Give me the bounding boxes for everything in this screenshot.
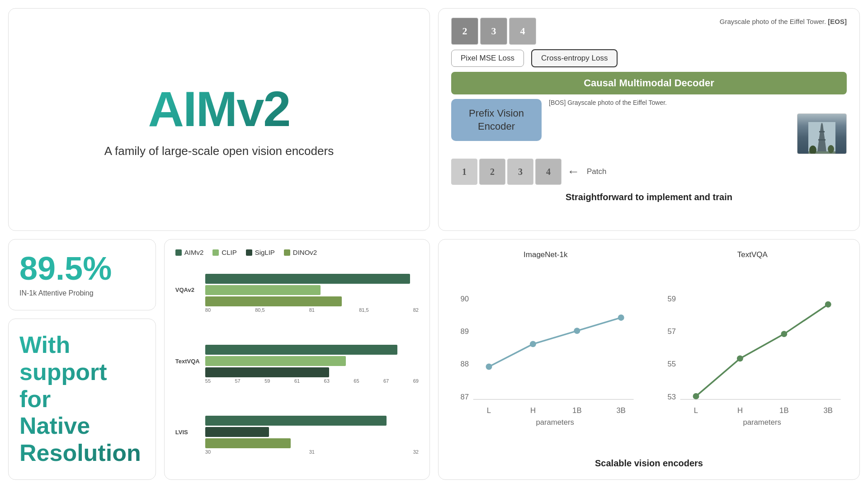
textvqa-svg: 59 57 55 53 L H 1B 3B parameters (658, 263, 847, 453)
textvqa-ticks: 5557596163656769 (175, 378, 419, 384)
bar-lvis-dinov2 (205, 438, 291, 448)
imagenet-title: ImageNet-1k (451, 250, 640, 259)
arch-top-row: 2 3 4 Grayscale photo of the Eiffel Towe… (451, 18, 847, 45)
legend-dot-dinov2 (284, 249, 290, 256)
lvis-ticks: 303132 (175, 449, 419, 455)
legend-label-aimv2: AIMv2 (184, 249, 204, 256)
legend-item-dinov2: DINOv2 (284, 249, 317, 256)
dual-charts: ImageNet-1k 90 89 88 87 L H 1B 3B parame… (451, 250, 847, 453)
arch-middle-row: Prefix Vision Encoder [BOS] Grayscale ph… (451, 99, 847, 154)
arch-bottom-row: 1 2 3 4 ← Patch (451, 159, 847, 185)
svg-text:87: 87 (460, 393, 469, 401)
pixel-mse-loss: Pixel MSE Loss (451, 50, 524, 67)
svg-text:H: H (530, 406, 536, 415)
svg-point-20 (574, 328, 580, 334)
native-res-card: With support for Native Resolution (8, 319, 156, 480)
legend-label-clip: CLIP (222, 249, 236, 256)
svg-text:L: L (693, 406, 698, 415)
patch-label: Patch (587, 167, 606, 176)
legend-label-siglip: SigLIP (255, 249, 275, 256)
main-title: AIMv2 (148, 81, 290, 136)
title-card: AIMv2 A family of large-scale open visio… (8, 8, 430, 231)
svg-text:parameters: parameters (743, 418, 781, 427)
eiffel-image (797, 113, 847, 154)
patch-arrow-icon: ← (567, 164, 580, 179)
metric-card: 89.5% IN-1k Attentive Probing (8, 239, 156, 310)
svg-text:1B: 1B (572, 406, 581, 415)
cross-entropy-loss: Cross-entropy Loss (531, 49, 618, 67)
subtitle: A family of large-scale open vision enco… (104, 144, 334, 158)
svg-point-19 (530, 341, 536, 347)
svg-text:parameters: parameters (536, 418, 574, 427)
svg-text:59: 59 (667, 295, 676, 303)
metric-label: IN-1k Attentive Probing (19, 289, 145, 297)
top-caption: Grayscale photo of the Eiffel Tower. [EO… (720, 18, 847, 25)
legend-dot-clip (212, 249, 219, 256)
legend-dot-aimv2 (175, 249, 182, 256)
svg-text:1B: 1B (779, 406, 788, 415)
scale-charts-card: ImageNet-1k 90 89 88 87 L H 1B 3B parame… (438, 239, 860, 480)
patch-num-4: 4 (535, 159, 561, 185)
imagenet-svg: 90 89 88 87 L H 1B 3B parameters (451, 263, 640, 453)
svg-text:3B: 3B (617, 406, 626, 415)
svg-text:90: 90 (460, 295, 469, 303)
patch-thumbnails-top: 2 3 4 (451, 18, 536, 45)
patch-num-2: 2 (479, 159, 505, 185)
bar-vqav2-clip (205, 285, 321, 295)
svg-text:L: L (487, 406, 491, 415)
arch-card: 2 3 4 Grayscale photo of the Eiffel Towe… (438, 8, 860, 231)
textvqa-chart: TextVQA 59 57 55 53 L H 1B 3B parameters (658, 250, 847, 453)
bar-lvis-siglip (205, 427, 269, 437)
legend-label-dinov2: DINOv2 (293, 249, 317, 256)
scale-charts-footer: Scalable vision encoders (451, 458, 847, 469)
svg-point-33 (736, 355, 743, 361)
big-percent: 89.5% (19, 252, 145, 285)
svg-rect-3 (818, 139, 826, 141)
textvqa-chart-title: TextVQA (658, 250, 847, 259)
legend-item-clip: CLIP (212, 249, 236, 256)
bos-caption: [BOS] Grayscale photo of the Eiffel Towe… (549, 99, 847, 106)
patch-thumb-2: 2 (451, 18, 478, 45)
bar-textvqa-siglip (205, 367, 329, 377)
legend-dot-siglip (246, 249, 252, 256)
textvqa-label: TextVQA (175, 358, 203, 365)
bar-vqav2-aimv2 (205, 274, 410, 284)
svg-text:88: 88 (460, 360, 469, 368)
svg-text:3B: 3B (823, 406, 832, 415)
patch-num-1: 1 (451, 159, 477, 185)
imagenet-chart: ImageNet-1k 90 89 88 87 L H 1B 3B parame… (451, 250, 640, 453)
vqav2-section: VQAv2 8080,58181,582 (175, 274, 419, 313)
lvis-section: LVIS 303132 (175, 416, 419, 455)
native-res-text: With support for Native Resolution (19, 332, 145, 467)
chart-area: VQAv2 8080,58181,582 (175, 262, 419, 470)
svg-point-35 (825, 301, 831, 308)
legend-item-aimv2: AIMv2 (175, 249, 204, 256)
loss-row: Pixel MSE Loss Cross-entropy Loss (451, 49, 847, 67)
bar-lvis-aimv2 (205, 416, 387, 426)
lvis-label: LVIS (175, 429, 203, 436)
numbered-patches: 1 2 3 4 (451, 159, 561, 185)
bottom-left-container: 89.5% IN-1k Attentive Probing With suppo… (8, 239, 430, 480)
bar-vqav2-dinov2 (205, 296, 342, 306)
svg-point-18 (486, 364, 492, 370)
svg-point-34 (781, 331, 787, 337)
svg-text:89: 89 (460, 327, 469, 336)
patch-thumb-3: 3 (480, 18, 507, 45)
textvqa-section: TextVQA 5557596163656769 (175, 345, 419, 384)
svg-text:53: 53 (667, 393, 676, 401)
svg-point-32 (693, 393, 699, 399)
svg-point-7 (828, 145, 834, 153)
patch-thumb-4: 4 (509, 18, 536, 45)
causal-decoder-box: Causal Multimodal Decoder (451, 72, 847, 94)
barchart-card: AIMv2 CLIP SigLIP DINOv2 VQAv2 (164, 239, 430, 480)
legend-item-siglip: SigLIP (246, 249, 275, 256)
svg-text:H: H (737, 406, 742, 415)
vqav2-label: VQAv2 (175, 286, 203, 293)
bottom-left-cards: 89.5% IN-1k Attentive Probing With suppo… (8, 239, 156, 480)
bar-textvqa-aimv2 (205, 345, 397, 355)
svg-rect-2 (819, 131, 825, 132)
patch-num-3: 3 (507, 159, 533, 185)
svg-point-21 (618, 314, 624, 321)
svg-text:55: 55 (667, 360, 676, 368)
chart-legend: AIMv2 CLIP SigLIP DINOv2 (175, 249, 419, 256)
